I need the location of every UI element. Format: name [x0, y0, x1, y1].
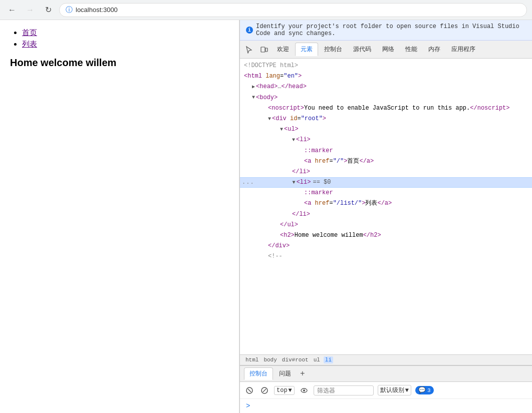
info-icon: ⓘ	[66, 6, 73, 15]
breadcrumb-li[interactable]: li	[324, 356, 333, 363]
dom-line: <!--	[240, 251, 532, 262]
breadcrumb-bar: html body div#root ul li	[240, 354, 532, 365]
tab-memory[interactable]: 内存	[423, 43, 445, 56]
page-heading: Home welcome willem	[10, 57, 229, 69]
filter-button[interactable]	[259, 385, 270, 396]
svg-rect-1	[265, 48, 268, 52]
dom-line: ▼ <li>	[240, 135, 532, 145]
dom-line: ▼ <body>	[240, 93, 532, 103]
tab-icon-cursor[interactable]	[242, 43, 256, 57]
dom-line: <!DOCTYPE html>	[240, 61, 532, 71]
dom-line: </ul>	[240, 220, 532, 230]
bubble-icon: 💬	[418, 386, 426, 394]
browser-bar: ← → ↻ ⓘ localhost:3000	[0, 0, 532, 20]
nav-item-home: 首页	[22, 28, 229, 38]
devtools-tabs: 欢迎 元素 控制台 源代码 网络 性能 内存 应用程序	[240, 41, 532, 59]
breadcrumb-divroot[interactable]: div#root	[281, 356, 310, 363]
tab-issues-bottom[interactable]: 问题	[274, 368, 296, 379]
dom-line: ▼ <ul>	[240, 124, 532, 135]
dom-line: <noscript>You need to enable JavaScript …	[240, 103, 532, 114]
clear-console-button[interactable]	[244, 385, 255, 396]
dom-line: <a href="/list/">列表</a>	[240, 198, 532, 209]
devtools-panel: i Identify your project's root folder to…	[239, 20, 532, 413]
tab-application[interactable]: 应用程序	[446, 43, 480, 56]
home-link[interactable]: 首页	[22, 28, 37, 37]
tab-network[interactable]: 网络	[377, 43, 399, 56]
add-tab-button[interactable]: +	[297, 368, 308, 379]
tab-icon-device[interactable]	[257, 43, 271, 57]
dom-line: ▼ <div id="root">	[240, 114, 532, 124]
console-prompt-icon[interactable]: >	[246, 402, 250, 410]
console-toolbar: top ▼ 默认级别 ▼ 💬 3	[240, 382, 532, 399]
bottom-panel: 控制台 问题 + top ▼	[240, 365, 532, 413]
nav-list: 首页 列表	[10, 28, 229, 49]
tab-console[interactable]: 控制台	[319, 43, 347, 56]
dom-line: </li>	[240, 209, 532, 220]
dom-line: </div>	[240, 241, 532, 251]
address-bar[interactable]: ⓘ localhost:3000	[59, 3, 527, 17]
breadcrumb-html[interactable]: html	[244, 356, 260, 363]
level-chevron-icon: ▼	[405, 387, 409, 394]
list-link[interactable]: 列表	[22, 40, 37, 48]
top-label: top	[277, 387, 288, 394]
main-container: 首页 列表 Home welcome willem i Identify you…	[0, 20, 532, 413]
info-banner-text: Identify your project's root folder to o…	[256, 23, 526, 37]
tab-elements[interactable]: 元素	[295, 43, 318, 56]
tab-console-bottom[interactable]: 控制台	[244, 367, 273, 380]
back-button[interactable]: ←	[5, 3, 19, 17]
svg-line-3	[248, 389, 251, 392]
console-input-area: >	[240, 399, 532, 413]
info-banner: i Identify your project's root folder to…	[240, 20, 532, 41]
svg-rect-0	[261, 47, 265, 52]
tab-performance[interactable]: 性能	[400, 43, 422, 56]
top-selector[interactable]: top ▼	[274, 386, 295, 395]
forward-button[interactable]: →	[23, 3, 37, 17]
webpage-panel: 首页 列表 Home welcome willem	[0, 20, 239, 413]
svg-line-5	[263, 389, 266, 392]
svg-point-7	[303, 389, 305, 391]
dom-line: ::marker	[240, 188, 532, 198]
dom-line[interactable]: ▶ <head>…</head>	[240, 82, 532, 92]
info-dot: i	[246, 27, 253, 34]
dom-line: </li>	[240, 167, 532, 177]
level-label: 默认级别	[380, 386, 404, 394]
error-badge[interactable]: 💬 3	[415, 386, 434, 394]
breadcrumb-ul[interactable]: ul	[312, 356, 322, 363]
top-chevron-icon: ▼	[289, 387, 292, 394]
dom-line: <h2>Home welcome willem</h2>	[240, 230, 532, 241]
dom-line-selected[interactable]: ... ▼ <li> == $0	[240, 177, 532, 188]
dom-line: <a href="/">首页</a>	[240, 156, 532, 167]
bottom-tabs: 控制台 问题 +	[240, 366, 532, 382]
reload-button[interactable]: ↻	[41, 3, 55, 17]
eye-button[interactable]	[299, 385, 310, 396]
dom-line: <html lang="en">	[240, 71, 532, 82]
triangle-icon[interactable]: ▶	[252, 83, 255, 91]
tab-welcome[interactable]: 欢迎	[272, 43, 294, 56]
error-count: 3	[427, 387, 431, 393]
dom-line: ::marker	[240, 146, 532, 156]
nav-item-list: 列表	[22, 40, 229, 49]
dom-inspector[interactable]: <!DOCTYPE html> <html lang="en"> ▶ <head…	[240, 59, 532, 354]
breadcrumb-body[interactable]: body	[262, 356, 278, 363]
url-text: localhost:3000	[76, 6, 118, 14]
tab-sources[interactable]: 源代码	[348, 43, 376, 56]
filter-input[interactable]	[314, 385, 374, 395]
level-selector[interactable]: 默认级别 ▼	[378, 385, 411, 395]
